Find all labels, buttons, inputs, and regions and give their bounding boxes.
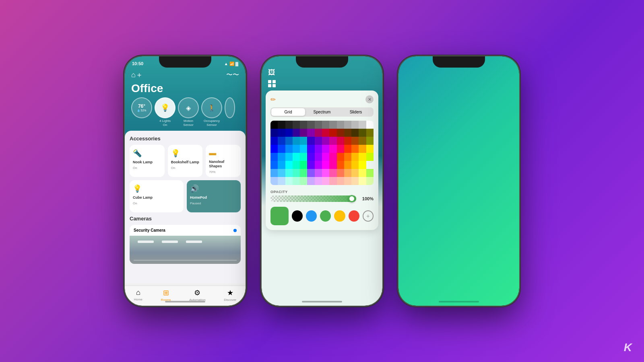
color-cell[interactable] xyxy=(366,129,374,137)
color-cell[interactable] xyxy=(315,121,322,129)
color-cell[interactable] xyxy=(300,129,307,137)
color-cell[interactable] xyxy=(359,153,366,161)
color-cell[interactable] xyxy=(307,137,314,145)
color-cell[interactable] xyxy=(285,145,293,153)
security-camera-tile[interactable]: Security Camera xyxy=(130,225,241,264)
color-cell[interactable] xyxy=(278,121,285,129)
swatch-yellow[interactable] xyxy=(334,210,345,222)
color-cell[interactable] xyxy=(300,161,307,169)
color-cell[interactable] xyxy=(285,129,293,137)
tab-automation[interactable]: ⚙ Automation xyxy=(189,288,205,302)
color-cell[interactable] xyxy=(329,145,336,153)
color-cell[interactable] xyxy=(329,137,336,145)
color-cell[interactable] xyxy=(322,137,329,145)
color-cell[interactable] xyxy=(329,121,336,129)
color-cell[interactable] xyxy=(344,129,351,137)
color-cell[interactable] xyxy=(322,129,329,137)
color-cell[interactable] xyxy=(359,177,366,185)
color-cell[interactable] xyxy=(351,145,359,153)
tab-discover[interactable]: ★ Discover xyxy=(224,288,236,302)
color-cell[interactable] xyxy=(307,121,314,129)
color-cell[interactable] xyxy=(270,121,278,129)
active-color-swatch[interactable] xyxy=(270,207,289,225)
color-cell[interactable] xyxy=(344,121,351,129)
tab-rooms[interactable]: ⊞ Rooms xyxy=(161,288,171,302)
color-grid[interactable] xyxy=(270,121,374,185)
color-cell[interactable] xyxy=(322,169,329,177)
color-cell[interactable] xyxy=(285,161,293,169)
color-cell[interactable] xyxy=(300,121,307,129)
color-cell[interactable] xyxy=(337,129,344,137)
color-cell[interactable] xyxy=(300,153,307,161)
color-cell[interactable] xyxy=(307,169,314,177)
color-cell[interactable] xyxy=(337,161,344,169)
color-cell[interactable] xyxy=(278,145,285,153)
color-cell[interactable] xyxy=(293,145,300,153)
color-cell[interactable] xyxy=(293,169,300,177)
swatch-black[interactable] xyxy=(292,210,303,222)
tab-sliders[interactable]: Sliders xyxy=(339,108,373,116)
add-swatch-button[interactable]: + xyxy=(363,210,374,222)
swatch-green[interactable] xyxy=(320,210,331,222)
color-cell[interactable] xyxy=(366,137,374,145)
color-cell[interactable] xyxy=(270,137,278,145)
color-cell[interactable] xyxy=(285,177,293,185)
color-cell[interactable] xyxy=(300,145,307,153)
color-cell[interactable] xyxy=(278,177,285,185)
opacity-handle[interactable] xyxy=(348,195,355,202)
color-cell[interactable] xyxy=(329,153,336,161)
color-cell[interactable] xyxy=(351,121,359,129)
color-cell[interactable] xyxy=(344,137,351,145)
voice-icon[interactable]: 〜〜 xyxy=(226,71,239,79)
color-cell[interactable] xyxy=(270,161,278,169)
homepod-tile[interactable]: 🔊 HomePod Paused xyxy=(187,180,241,212)
color-cell[interactable] xyxy=(307,153,314,161)
color-cell[interactable] xyxy=(366,169,374,177)
nanoleaf-tile[interactable]: ▬ Nanoleaf Shapes 70% xyxy=(206,145,241,177)
close-button[interactable]: ✕ xyxy=(365,95,374,103)
color-cell[interactable] xyxy=(359,129,366,137)
color-cell[interactable] xyxy=(315,161,322,169)
color-cell[interactable] xyxy=(344,177,351,185)
pencil-icon[interactable]: ✏ xyxy=(270,96,276,103)
color-cell[interactable] xyxy=(278,153,285,161)
color-cell[interactable] xyxy=(285,121,293,129)
color-cell[interactable] xyxy=(366,145,374,153)
color-cell[interactable] xyxy=(270,153,278,161)
tab-grid[interactable]: Grid xyxy=(271,108,305,116)
color-cell[interactable] xyxy=(285,153,293,161)
color-cell[interactable] xyxy=(322,145,329,153)
color-cell[interactable] xyxy=(359,137,366,145)
color-cell[interactable] xyxy=(322,161,329,169)
color-cell[interactable] xyxy=(337,153,344,161)
color-cell[interactable] xyxy=(359,161,366,169)
color-cell[interactable] xyxy=(366,121,374,129)
add-icon[interactable]: ＋ xyxy=(136,70,143,80)
home-icon[interactable]: ⌂ xyxy=(131,71,136,79)
cube-lamp-tile[interactable]: 💡 Cube Lamp On xyxy=(130,180,184,212)
nook-lamp-tile[interactable]: 🔦 Nook Lamp On xyxy=(130,145,165,177)
tab-spectrum[interactable]: Spectrum xyxy=(305,108,339,116)
color-cell[interactable] xyxy=(270,177,278,185)
color-cell[interactable] xyxy=(315,137,322,145)
color-cell[interactable] xyxy=(300,137,307,145)
color-cell[interactable] xyxy=(337,177,344,185)
color-cell[interactable] xyxy=(351,129,359,137)
color-cell[interactable] xyxy=(300,177,307,185)
color-cell[interactable] xyxy=(337,169,344,177)
color-cell[interactable] xyxy=(337,121,344,129)
color-cell[interactable] xyxy=(329,169,336,177)
color-cell[interactable] xyxy=(359,145,366,153)
color-cell[interactable] xyxy=(351,169,359,177)
color-cell[interactable] xyxy=(366,153,374,161)
color-cell[interactable] xyxy=(337,145,344,153)
color-cell[interactable] xyxy=(293,177,300,185)
color-cell[interactable] xyxy=(293,161,300,169)
color-cell[interactable] xyxy=(366,161,374,169)
bookshelf-lamp-tile[interactable]: 💡 Bookshelf Lamp On xyxy=(168,145,203,177)
tab-home[interactable]: ⌂ Home xyxy=(134,288,142,302)
color-cell[interactable] xyxy=(300,169,307,177)
color-cell[interactable] xyxy=(351,177,359,185)
color-cell[interactable] xyxy=(344,169,351,177)
color-cell[interactable] xyxy=(278,129,285,137)
